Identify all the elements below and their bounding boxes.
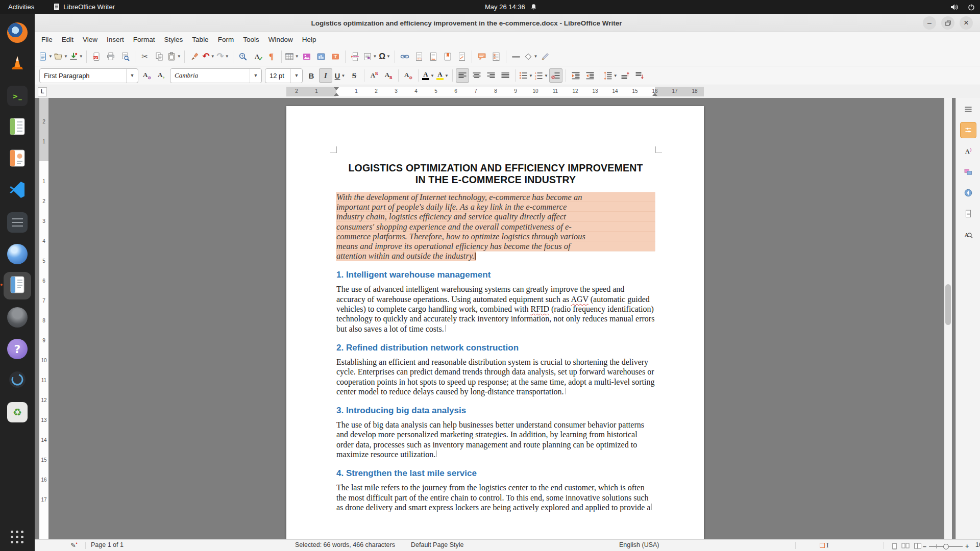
activities-button[interactable]: Activities [0,0,42,14]
new-style-button[interactable]: A+ [155,68,168,83]
chevron-down-icon[interactable]: ▼ [614,73,618,78]
page-count-status[interactable]: Page 1 of 1 [91,541,124,548]
save-button[interactable]: ▼ [69,49,83,64]
window-titlebar[interactable]: Logistics optimization and efficiency im… [35,14,980,32]
dock-item-libreoffice-calc[interactable] [4,114,31,141]
chevron-down-icon[interactable]: ▼ [544,73,548,78]
menu-insert[interactable]: Insert [102,34,129,45]
section-paragraph-3[interactable]: The use of big data analysis can help bu… [336,420,655,459]
menu-view[interactable]: View [78,34,102,45]
no-list-button[interactable] [549,68,562,83]
insert-image-button[interactable] [300,49,313,64]
highlight-color-button[interactable]: A▼ [436,68,449,83]
insert-table-button[interactable]: ▼ [285,49,299,64]
find-replace-button[interactable] [236,49,250,64]
draw-functions-button[interactable] [538,49,552,64]
formatting-marks-button[interactable]: ¶ [265,49,278,64]
chevron-down-icon[interactable]: ▼ [177,54,181,59]
italic-button[interactable]: I [319,68,332,83]
restore-button[interactable] [941,16,954,30]
bookmark-button[interactable] [441,49,454,64]
increase-paragraph-spacing-button[interactable] [619,68,632,83]
chevron-down-icon[interactable]: ▼ [250,69,261,83]
dock-item-vlc[interactable] [4,51,31,78]
view-layout-buttons[interactable] [891,542,924,549]
align-left-button[interactable] [456,68,469,83]
page-style-status[interactable]: Default Page Style [411,541,464,548]
undo-button[interactable]: ↶▼ [202,49,215,64]
chevron-down-icon[interactable]: ▼ [373,54,377,59]
minimize-button[interactable]: – [923,16,936,30]
hyperlink-button[interactable] [398,49,411,64]
zoom-level[interactable]: 100% [975,541,980,548]
first-line-indent-marker[interactable] [334,87,339,90]
chevron-down-icon[interactable]: ▼ [64,54,68,59]
left-indent-marker[interactable] [334,93,339,96]
superscript-button[interactable]: AB [368,68,381,83]
section-paragraph-2[interactable]: Establishing an efficient and reasonable… [336,357,655,396]
align-center-button[interactable] [470,68,483,83]
section-heading-4[interactable]: 4. Strengthen the last mile service [336,468,655,479]
zoom-out-icon[interactable]: – [923,543,926,550]
justify-button[interactable] [499,68,512,83]
redo-button[interactable]: ↷▼ [216,49,230,64]
sidebar-tab-sidebar-settings[interactable] [960,101,976,117]
chevron-down-icon[interactable]: ▼ [79,54,83,59]
sidebar-tab-style-inspector[interactable]: A [960,227,976,243]
insert-field-button[interactable]: ▼ [363,49,377,64]
menu-help[interactable]: Help [298,34,321,45]
chevron-down-icon[interactable]: ▼ [211,54,215,59]
section-paragraph-4[interactable]: The last mile refers to the journey from… [336,483,655,512]
chevron-down-icon[interactable]: ▼ [529,73,533,78]
scrollbar-thumb[interactable] [945,284,951,325]
dock-item-libreoffice-impress[interactable] [4,145,31,173]
insert-chart-button[interactable] [314,49,328,64]
vertical-scrollbar[interactable] [944,98,952,539]
chevron-down-icon[interactable]: ▼ [126,69,138,83]
dock-item-help-app[interactable]: ? [4,335,31,363]
chevron-down-icon[interactable]: ▼ [445,73,449,78]
dock-item-gimp[interactable] [4,304,31,331]
export-pdf-button[interactable]: PDF [90,49,103,64]
menu-form[interactable]: Form [213,34,239,45]
show-applications-button[interactable] [11,531,24,544]
vertical-ruler[interactable]: 211234567891011121314151617 [39,98,48,539]
special-character-button[interactable]: Ω▼ [378,49,391,64]
chevron-down-icon[interactable]: ▼ [534,54,538,59]
align-right-button[interactable] [484,68,498,83]
zoom-slider-thumb[interactable] [943,544,949,549]
paste-button[interactable]: ▼ [167,49,181,64]
word-count-status[interactable]: Selected: 66 words, 466 characters [295,541,395,548]
menu-tools[interactable]: Tools [238,34,264,45]
footnote-button[interactable]: 1 [412,49,426,64]
cut-button[interactable]: ✂ [138,49,152,64]
single-page-view-icon[interactable] [891,543,898,549]
increase-indent-button[interactable] [569,68,582,83]
print-button[interactable] [104,49,117,64]
decrease-paragraph-spacing-button[interactable] [633,68,646,83]
clear-formatting-button[interactable]: A⊘ [402,68,415,83]
dock-item-firefox[interactable] [4,19,31,46]
spelling-button[interactable]: A✓ [251,49,264,64]
document-title[interactable]: LOGISTICS OPTIMIZATION AND EFFICIENCY IM… [336,162,655,186]
zoom-in-icon[interactable]: + [965,543,969,550]
insert-textbox-button[interactable]: T [329,49,342,64]
chevron-down-icon[interactable]: ▼ [430,73,434,78]
sidebar-tab-styles[interactable]: A [960,143,976,159]
menu-window[interactable]: Window [264,34,298,45]
cross-reference-button[interactable] [455,49,469,64]
endnote-button[interactable]: i [427,49,440,64]
chevron-down-icon[interactable]: ▼ [48,54,53,59]
horizontal-ruler[interactable]: 21123456789101112131415161718 [286,87,704,96]
multi-page-view-icon[interactable] [901,543,910,549]
dock-item-vscode[interactable] [4,177,31,205]
tab-stop-selector[interactable]: L [38,87,47,96]
menu-styles[interactable]: Styles [160,34,188,45]
system-status-area[interactable] [950,0,975,14]
close-button[interactable]: × [960,16,973,30]
book-view-icon[interactable] [914,543,922,549]
update-style-button[interactable]: A⊘ [140,68,154,83]
unordered-list-button[interactable]: ▼ [519,68,533,83]
clone-formatting-button[interactable] [188,49,201,64]
dock-item-terminal[interactable]: >_ [4,82,31,110]
